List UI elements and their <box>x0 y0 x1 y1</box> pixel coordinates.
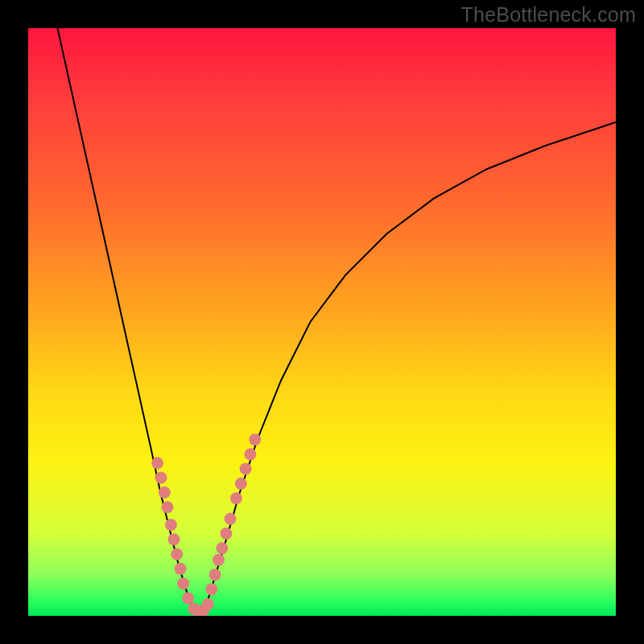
marker-dot <box>162 502 174 514</box>
marker-dot <box>230 493 242 505</box>
marker-dot <box>244 448 256 460</box>
marker-group <box>151 434 261 617</box>
marker-dot <box>182 592 194 605</box>
marker-dot <box>216 543 228 555</box>
curve-layer <box>28 28 616 616</box>
marker-dot <box>171 548 183 560</box>
right-curve <box>204 122 616 610</box>
marker-dot <box>151 457 163 469</box>
watermark-text: TheBottleneck.com <box>461 3 636 27</box>
marker-dot <box>155 472 167 484</box>
marker-dot <box>175 563 187 575</box>
marker-dot <box>159 486 171 498</box>
marker-dot <box>240 463 252 475</box>
marker-dot <box>205 584 217 596</box>
marker-dot <box>235 477 247 489</box>
marker-dot <box>225 513 237 525</box>
marker-dot <box>202 598 214 610</box>
marker-dot <box>209 568 221 580</box>
marker-dot <box>249 434 261 446</box>
chart-frame: TheBottleneck.com <box>0 0 644 644</box>
marker-dot <box>168 534 180 546</box>
plot-area <box>28 28 616 616</box>
marker-dot <box>165 518 177 530</box>
marker-dot <box>221 527 233 539</box>
marker-dot <box>213 554 225 566</box>
marker-dot <box>177 577 189 589</box>
